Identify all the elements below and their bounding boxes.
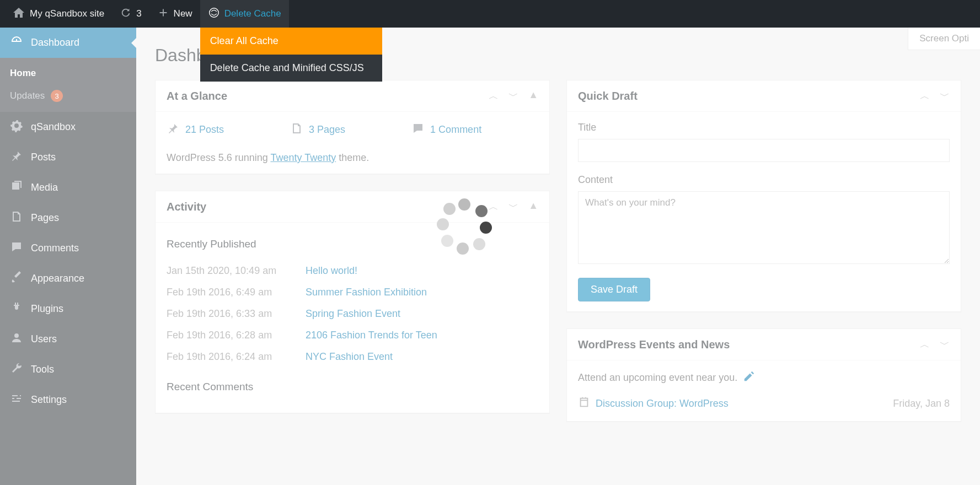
move-down-icon[interactable]: ﹀ <box>940 338 950 351</box>
new-label: New <box>174 8 192 19</box>
sidebar-item-label: Tools <box>31 364 54 375</box>
toggle-icon[interactable]: ▲ <box>528 89 538 103</box>
sidebar-item-label: Plugins <box>31 303 63 315</box>
glance-pages[interactable]: 3 Pages <box>290 122 345 138</box>
activity-post-link[interactable]: Hello world! <box>306 265 357 277</box>
postbox-controls: ︿ ﹀ <box>920 338 950 351</box>
move-down-icon[interactable]: ﹀ <box>508 200 518 213</box>
cache-icon <box>208 7 220 21</box>
postbox-controls: ︿ ﹀ <box>920 89 950 103</box>
recent-comments-heading: Recent Comments <box>167 381 538 393</box>
activity-title: Activity <box>167 201 206 213</box>
move-down-icon[interactable]: ﹀ <box>508 89 518 103</box>
delete-cache-label: Delete Cache <box>224 8 281 19</box>
glance-comments[interactable]: 1 Comment <box>411 122 481 138</box>
move-up-icon[interactable]: ︿ <box>920 89 930 103</box>
updates-badge: 3 <box>51 90 63 102</box>
move-down-icon[interactable]: ﹀ <box>940 89 950 103</box>
sidebar-item-posts[interactable]: Posts <box>0 142 136 173</box>
activity-date: Jan 15th 2020, 10:49 am <box>167 265 287 277</box>
sidebar-item-settings[interactable]: Settings <box>0 385 136 415</box>
pin-icon <box>167 122 180 138</box>
activity-date: Feb 19th 2016, 6:28 am <box>167 330 287 341</box>
sidebar-item-dashboard[interactable]: Dashboard <box>0 28 136 58</box>
sidebar-item-tools[interactable]: Tools <box>0 354 136 385</box>
sidebar-item-media[interactable]: Media <box>0 173 136 203</box>
sidebar-item-users[interactable]: Users <box>0 324 136 354</box>
recently-published-heading: Recently Published <box>167 238 538 250</box>
activity-date: Feb 19th 2016, 6:33 am <box>167 308 287 320</box>
qd-title-input[interactable] <box>578 139 950 162</box>
at-a-glance-body: 21 Posts 3 Pages 1 Comment WordPress 5.6… <box>156 112 549 174</box>
gear-icon <box>10 119 23 135</box>
sidebar-item-label: Posts <box>31 152 56 163</box>
quick-draft-body: Title Content Save Draft <box>567 112 961 311</box>
sidebar-item-comments[interactable]: Comments <box>0 233 136 263</box>
brush-icon <box>10 271 23 287</box>
event-link[interactable]: Discussion Group: WordPress <box>578 396 729 411</box>
sliders-icon <box>10 392 23 408</box>
media-icon <box>10 180 23 196</box>
events-title: WordPress Events and News <box>578 338 730 351</box>
glance-comments-link[interactable]: 1 Comment <box>430 124 481 136</box>
sidebar-item-appearance[interactable]: Appearance <box>0 263 136 294</box>
qd-title-label: Title <box>578 122 950 133</box>
activity-date: Feb 19th 2016, 6:24 am <box>167 351 287 363</box>
events-intro: Attend an upcoming event near you. <box>578 370 950 385</box>
site-home-link[interactable]: My qSandbox site <box>4 0 112 28</box>
refresh-link[interactable]: 3 <box>112 0 149 28</box>
home-icon <box>12 6 25 22</box>
wrench-icon <box>10 362 23 378</box>
glance-posts[interactable]: 21 Posts <box>167 122 224 138</box>
user-icon <box>10 331 23 347</box>
move-up-icon[interactable]: ︿ <box>489 200 499 213</box>
postbox-controls: ︿ ﹀ ▲ <box>489 200 538 213</box>
dashboard-columns: At a Glance ︿ ﹀ ▲ 21 Posts <box>155 80 961 438</box>
activity-row: Feb 19th 2016, 6:33 amSpring Fashion Eve… <box>167 303 538 325</box>
submenu-updates[interactable]: Updates 3 <box>0 84 136 107</box>
delete-minified-item[interactable]: Delete Cache and Minified CSS/JS <box>200 55 382 82</box>
glance-posts-link[interactable]: 21 Posts <box>185 124 224 136</box>
save-draft-button[interactable]: Save Draft <box>578 278 650 301</box>
sidebar-item-plugins[interactable]: Plugins <box>0 294 136 324</box>
sidebar-item-label: Pages <box>31 212 59 224</box>
move-up-icon[interactable]: ︿ <box>920 338 930 351</box>
screen-options-tab[interactable]: Screen Opti <box>908 28 980 50</box>
pages-icon <box>10 210 23 226</box>
pencil-icon[interactable] <box>743 370 755 385</box>
qd-content-label: Content <box>578 174 950 186</box>
activity-header: Activity ︿ ﹀ ▲ <box>156 191 549 223</box>
comments-icon <box>10 240 23 256</box>
sidebar-item-pages[interactable]: Pages <box>0 203 136 233</box>
sidebar-item-label: Users <box>31 333 57 345</box>
activity-post-link[interactable]: NYC Fashion Event <box>306 351 393 363</box>
at-a-glance-box: At a Glance ︿ ﹀ ▲ 21 Posts <box>155 80 550 174</box>
events-header: WordPress Events and News ︿ ﹀ <box>567 329 961 360</box>
sidebar-item-qsandbox[interactable]: qSandbox <box>0 112 136 142</box>
events-box: WordPress Events and News ︿ ﹀ Attend an … <box>566 328 961 422</box>
move-up-icon[interactable]: ︿ <box>489 89 499 103</box>
activity-post-link[interactable]: Summer Fashion Exhibition <box>306 287 427 298</box>
event-date: Friday, Jan 8 <box>893 398 950 409</box>
at-a-glance-header: At a Glance ︿ ﹀ ▲ <box>156 80 549 112</box>
submenu-updates-label: Updates <box>10 90 45 101</box>
toggle-icon[interactable]: ▲ <box>528 200 538 213</box>
plug-icon <box>10 301 23 317</box>
activity-post-link[interactable]: Spring Fashion Event <box>306 308 400 320</box>
sidebar-item-label: Comments <box>31 242 79 254</box>
theme-link[interactable]: Twenty Twenty <box>270 152 336 163</box>
site-name: My qSandbox site <box>30 8 104 19</box>
activity-post-link[interactable]: 2106 Fashion Trends for Teen <box>306 330 437 341</box>
new-content-link[interactable]: New <box>149 0 200 28</box>
delete-cache-menu[interactable]: Delete Cache Clear All Cache Delete Cach… <box>200 0 289 28</box>
column-right: Quick Draft ︿ ﹀ Title Content Sa <box>566 80 961 438</box>
dashboard-submenu: Home Updates 3 <box>0 58 136 112</box>
activity-row: Feb 19th 2016, 6:49 amSummer Fashion Exh… <box>167 282 538 303</box>
comments-icon <box>411 122 425 138</box>
qd-content-textarea[interactable] <box>578 191 950 264</box>
glance-pages-link[interactable]: 3 Pages <box>309 124 345 136</box>
submenu-home[interactable]: Home <box>0 62 136 84</box>
pin-icon <box>10 149 23 165</box>
clear-all-cache-item[interactable]: Clear All Cache <box>200 28 382 55</box>
activity-date: Feb 19th 2016, 6:49 am <box>167 287 287 298</box>
